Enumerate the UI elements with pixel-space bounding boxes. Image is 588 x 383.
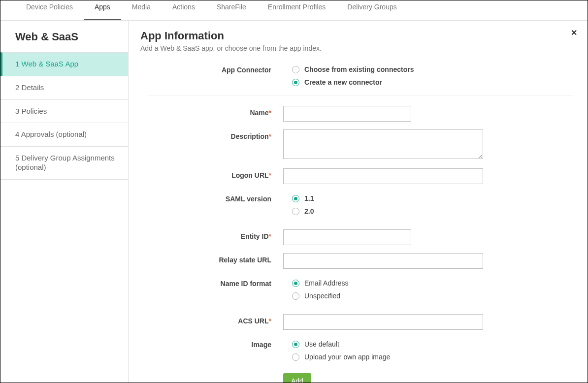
radio-new-connector[interactable]: Create a new connector: [292, 76, 573, 89]
label-description: Description*: [140, 129, 283, 140]
page-title: App Information: [140, 30, 573, 42]
logon-url-input[interactable]: [283, 168, 483, 184]
tab-actions[interactable]: Actions: [162, 0, 206, 20]
relay-state-input[interactable]: [283, 253, 483, 269]
tab-apps[interactable]: Apps: [84, 0, 121, 20]
wizard-step-delivery-groups[interactable]: 5 Delivery Group Assignments (optional): [0, 146, 128, 180]
radio-image-upload[interactable]: Upload your own app image: [292, 351, 573, 363]
wizard-step-websaas-app[interactable]: 1 Web & SaaS App: [0, 52, 128, 76]
acs-url-input[interactable]: [283, 314, 483, 330]
label-entity-id: Entity ID*: [140, 229, 283, 240]
tab-delivery-groups[interactable]: Delivery Groups: [336, 0, 407, 20]
label-saml-version: SAML version: [140, 192, 283, 203]
radio-icon: [292, 292, 299, 300]
wizard-step-approvals[interactable]: 4 Approvals (optional): [0, 123, 128, 146]
radio-existing-connector[interactable]: Choose from existing connectors: [292, 63, 573, 76]
entity-id-input[interactable]: [283, 229, 411, 245]
tab-enrollment-profiles[interactable]: Enrollment Profiles: [257, 0, 337, 20]
label-relay-state: Relay state URL: [140, 253, 283, 264]
radio-label: 2.0: [304, 207, 314, 215]
radio-label: 1.1: [304, 194, 314, 202]
add-button[interactable]: Add: [283, 373, 311, 383]
tab-sharefile[interactable]: ShareFile: [206, 0, 257, 20]
label-name: Name*: [140, 106, 283, 117]
radio-label: Email Address: [304, 279, 348, 287]
radio-icon: [292, 280, 299, 287]
radio-icon: [292, 341, 299, 348]
radio-label: Use default: [304, 340, 339, 348]
name-input[interactable]: [283, 106, 411, 122]
page-subtitle: Add a Web & SaaS app, or choose one from…: [140, 44, 573, 52]
label-image: Image: [140, 338, 283, 349]
radio-icon: [292, 195, 299, 202]
radio-saml-11[interactable]: 1.1: [292, 192, 573, 205]
radio-nameid-email[interactable]: Email Address: [292, 277, 573, 289]
wizard-step-policies[interactable]: 3 Policies: [0, 99, 128, 123]
radio-image-default[interactable]: Use default: [292, 338, 573, 351]
tab-device-policies[interactable]: Device Policies: [15, 0, 84, 20]
sidebar-title: Web & SaaS: [15, 31, 128, 43]
radio-icon: [292, 66, 299, 73]
radio-saml-20[interactable]: 2.0: [292, 205, 573, 218]
top-tabs: Device Policies Apps Media Actions Share…: [0, 0, 588, 21]
label-logon-url: Logon URL*: [140, 168, 283, 179]
radio-label: Choose from existing connectors: [304, 65, 414, 73]
radio-label: Create a new connector: [304, 78, 382, 86]
main-panel: ✕ App Information Add a Web & SaaS app, …: [129, 21, 588, 383]
radio-icon: [292, 79, 299, 86]
radio-label: Unspecified: [304, 292, 340, 300]
radio-icon: [292, 208, 299, 215]
radio-nameid-unspecified[interactable]: Unspecified: [292, 289, 573, 302]
tab-media[interactable]: Media: [121, 0, 162, 20]
radio-label: Upload your own app image: [304, 353, 390, 361]
label-app-connector: App Connector: [140, 63, 283, 74]
label-name-id-format: Name ID format: [140, 277, 283, 287]
label-acs-url: ACS URL*: [140, 314, 283, 325]
separator: [148, 96, 573, 96]
wizard-sidebar: Web & SaaS 1 Web & SaaS App 2 Details 3 …: [0, 21, 129, 383]
close-icon[interactable]: ✕: [568, 27, 580, 38]
wizard-step-details[interactable]: 2 Details: [0, 76, 128, 99]
radio-icon: [292, 353, 299, 361]
description-textarea[interactable]: [283, 129, 483, 159]
